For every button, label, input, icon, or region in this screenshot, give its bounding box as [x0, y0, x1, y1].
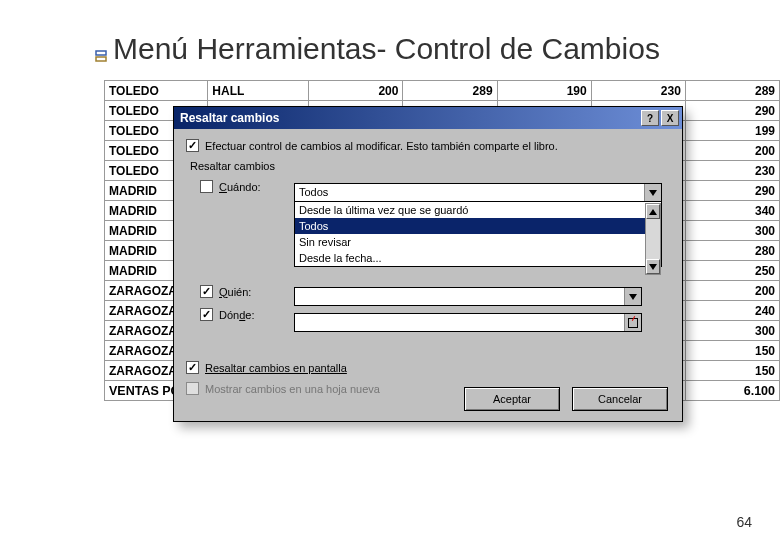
group-label: Resaltar cambios — [190, 160, 670, 172]
when-label: Cuándo: — [219, 181, 273, 193]
close-button[interactable]: X — [661, 110, 679, 126]
when-dropdown[interactable]: Todos Desde la última vez que se guardó … — [294, 183, 662, 267]
dropdown-scrollbar[interactable] — [645, 203, 661, 275]
where-picker-button[interactable] — [624, 314, 641, 331]
highlight-changes-dialog: Resaltar cambios ? X Efectuar control de… — [173, 106, 683, 422]
dropdown-option[interactable]: Desde la fecha... — [295, 250, 661, 266]
range-picker-icon — [628, 318, 638, 328]
track-changes-label: Efectuar control de cambios al modificar… — [205, 140, 558, 152]
help-button[interactable]: ? — [641, 110, 659, 126]
dropdown-option[interactable]: Sin revisar — [295, 234, 661, 250]
dialog-titlebar[interactable]: Resaltar cambios ? X — [174, 107, 682, 129]
track-changes-checkbox[interactable] — [186, 139, 199, 152]
dropdown-option[interactable]: Todos — [295, 218, 661, 234]
highlight-screen-checkbox[interactable] — [186, 361, 199, 374]
title-bullet-icon — [95, 48, 107, 60]
where-checkbox[interactable] — [200, 308, 213, 321]
when-checkbox[interactable] — [200, 180, 213, 193]
dialog-button-bar: Aceptar Cancelar — [174, 387, 682, 411]
who-input[interactable] — [294, 287, 642, 306]
scroll-down-icon[interactable] — [646, 259, 660, 274]
where-label: Dónde: — [219, 309, 273, 321]
dialog-title: Resaltar cambios — [177, 111, 639, 125]
slide: { "title": "Menú Herramientas- Control d… — [0, 0, 780, 540]
table-row: TOLEDOHALL200289190230289 — [105, 81, 780, 101]
when-dropdown-list: Desde la última vez que se guardó Todos … — [294, 202, 662, 267]
where-input[interactable] — [294, 313, 642, 332]
cancel-button[interactable]: Cancelar — [572, 387, 668, 411]
dialog-body: Efectuar control de cambios al modificar… — [174, 129, 682, 413]
highlight-screen-label: Resaltar cambios en pantalla — [205, 362, 347, 374]
page-title: Menú Herramientas- Control de Cambios — [113, 32, 660, 66]
who-checkbox[interactable] — [200, 285, 213, 298]
svg-rect-1 — [96, 57, 106, 61]
dropdown-option[interactable]: Desde la última vez que se guardó — [295, 202, 661, 218]
who-dropdown-button[interactable] — [624, 288, 641, 305]
ok-button[interactable]: Aceptar — [464, 387, 560, 411]
scroll-up-icon[interactable] — [646, 204, 660, 219]
svg-rect-0 — [96, 51, 106, 55]
who-label: Quién: — [219, 286, 273, 298]
when-dropdown-value: Todos — [295, 184, 644, 201]
page-number: 64 — [736, 514, 752, 530]
when-dropdown-button[interactable] — [644, 184, 661, 201]
